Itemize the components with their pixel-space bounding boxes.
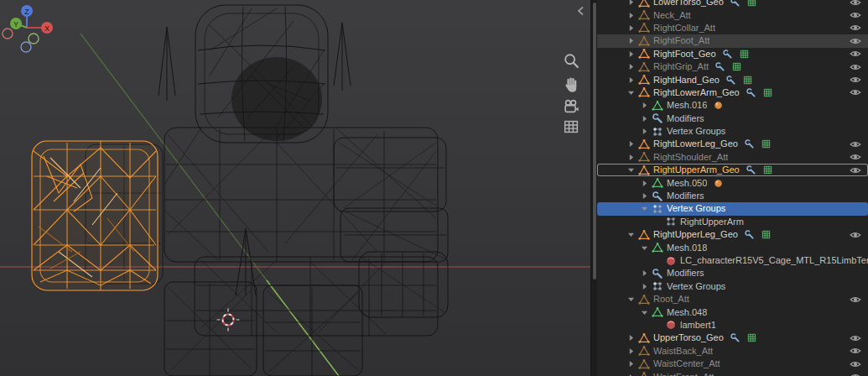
visibility-eye-icon[interactable] [850, 332, 861, 344]
disclosure-right-icon[interactable] [626, 10, 637, 21]
mesh-object-icon [638, 332, 650, 344]
mesh-data-badge-icon [746, 0, 757, 8]
visibility-eye-icon[interactable] [850, 0, 861, 8]
disclosure-right-icon[interactable] [639, 281, 650, 292]
disclosure-right-icon[interactable] [639, 113, 650, 124]
outliner-row[interactable]: RightLowerArm_Geo [597, 86, 868, 99]
outliner-row[interactable]: UpperTorso_Geo [597, 332, 868, 344]
outliner-row[interactable]: Mesh.048 [597, 306, 868, 318]
disclosure-right-icon[interactable] [626, 358, 637, 369]
visibility-eye-icon[interactable] [850, 61, 861, 73]
outliner-row[interactable]: RightFoot_Att [597, 34, 868, 47]
outliner-row[interactable]: LowerTorso_Geo [597, 0, 868, 8]
grid-ortho-icon[interactable] [562, 118, 584, 139]
outliner-row-label: LowerTorso_Geo [653, 0, 724, 8]
outliner-row[interactable]: Neck_Att [597, 8, 868, 21]
disclosure-down-icon[interactable] [626, 229, 637, 240]
disclosure-down-icon[interactable] [626, 294, 637, 305]
outliner-row[interactable]: LC_characterR15V5_Cage_MTL_R15LimbTempla [597, 254, 868, 267]
disclosure-right-icon[interactable] [626, 49, 637, 60]
visibility-eye-icon[interactable] [850, 345, 861, 357]
visibility-eye-icon[interactable] [850, 22, 861, 34]
disclosure-right-icon[interactable] [639, 126, 650, 137]
visibility-eye-icon[interactable] [850, 151, 861, 163]
blender-window: Z Y X [0, 0, 868, 376]
outliner-row[interactable]: RightUpperLeg_Geo [597, 228, 868, 241]
disclosure-right-icon[interactable] [626, 75, 637, 86]
visibility-eye-icon[interactable] [850, 138, 861, 150]
outliner-row[interactable]: WaistCenter_Att [597, 358, 868, 370]
outliner-row[interactable]: Modifiers [597, 267, 868, 279]
visibility-eye-icon[interactable] [850, 229, 861, 241]
outliner-row[interactable]: Vertex Groups [597, 202, 868, 215]
visibility-eye-icon[interactable] [850, 9, 861, 21]
disclosure-down-icon[interactable] [626, 164, 637, 175]
vertex-groups-icon [652, 280, 663, 292]
outliner-row[interactable]: lambert1 [597, 319, 868, 332]
outliner-row[interactable]: RightUpperArm [597, 216, 868, 228]
disclosure-right-icon[interactable] [626, 35, 637, 46]
visibility-eye-icon[interactable] [850, 35, 861, 47]
collapse-panel-chevron-icon[interactable] [575, 5, 587, 17]
outliner-row[interactable]: RightGrip_Att [597, 60, 868, 73]
disclosure-down-icon[interactable] [639, 203, 650, 214]
disclosure-right-icon[interactable] [626, 0, 637, 8]
outliner-row-label: Modifiers [667, 267, 704, 279]
disclosure-right-icon[interactable] [639, 178, 650, 189]
disclosure-right-icon[interactable] [626, 152, 637, 163]
3d-viewport[interactable]: Z Y X [0, 0, 590, 376]
camera-view-icon[interactable] [562, 97, 584, 119]
gizmo-neg-z-axis[interactable] [21, 42, 31, 52]
outliner-row[interactable]: Modifiers [597, 112, 868, 125]
pan-hand-icon[interactable] [562, 76, 584, 97]
outliner-row[interactable]: RightLowerLeg_Geo [597, 138, 868, 150]
mesh-data-badge-icon [762, 164, 773, 175]
outliner-panel[interactable]: LowerTorso_GeoNeck_AttRightCollar_AttRig… [597, 0, 868, 376]
outliner-row[interactable]: Vertex Groups [597, 125, 868, 138]
visibility-eye-icon[interactable] [850, 294, 861, 306]
zoom-icon[interactable] [562, 52, 584, 74]
disclosure-down-icon[interactable] [639, 307, 650, 318]
outliner-row[interactable]: Mesh.016 [597, 99, 868, 112]
outliner-row[interactable]: Vertex Groups [597, 280, 868, 293]
modifiers-badge-icon [746, 87, 756, 98]
outliner-row[interactable]: RightCollar_Att [597, 22, 868, 34]
disclosure-right-icon[interactable] [639, 191, 650, 201]
outliner-row[interactable]: WaistFront_Att [597, 370, 868, 376]
outliner-row[interactable]: Root_Att [597, 293, 868, 306]
disclosure-right-icon[interactable] [626, 372, 637, 376]
disclosure-right-icon[interactable] [639, 268, 650, 279]
visibility-eye-icon[interactable] [850, 371, 861, 376]
visibility-eye-icon[interactable] [850, 164, 861, 176]
outliner-row[interactable]: RightShoulder_Att [597, 151, 868, 164]
disclosure-right-icon[interactable] [626, 346, 637, 357]
disclosure-right-icon[interactable] [639, 100, 650, 111]
outliner-row[interactable]: Mesh.018 [597, 241, 868, 253]
disclosure-right-icon[interactable] [626, 138, 637, 149]
attachment-object-icon [638, 61, 650, 73]
outliner-row[interactable]: RightHand_Geo [597, 73, 868, 86]
visibility-eye-icon[interactable] [850, 74, 861, 86]
visibility-eye-icon[interactable] [850, 48, 861, 60]
disclosure-down-icon[interactable] [639, 243, 650, 253]
disclosure-right-icon[interactable] [626, 61, 637, 72]
gizmo-x-label: X [44, 24, 49, 33]
gizmo-neg-x-axis[interactable] [3, 29, 13, 39]
outliner-row[interactable]: Mesh.050 [597, 176, 868, 189]
outliner-row[interactable]: RightUpperArm_Geo [597, 164, 868, 176]
gizmo-neg-y-axis[interactable] [29, 34, 39, 44]
viewport-scene [0, 0, 590, 376]
outliner-row[interactable]: Modifiers [597, 190, 868, 202]
disclosure-spacer [652, 217, 663, 227]
outliner-row[interactable]: RightFoot_Geo [597, 48, 868, 60]
outliner-row-label: WaistCenter_Att [653, 358, 720, 370]
navigation-gizmo[interactable]: Z Y X [0, 0, 59, 55]
3d-cursor[interactable] [217, 309, 240, 332]
disclosure-right-icon[interactable] [626, 23, 637, 34]
visibility-eye-icon[interactable] [850, 358, 861, 370]
outliner-row[interactable]: WaistBack_Att [597, 345, 868, 358]
disclosure-right-icon[interactable] [626, 332, 637, 343]
scrollbar-thumb[interactable] [593, 3, 596, 279]
visibility-eye-icon[interactable] [850, 86, 861, 98]
disclosure-down-icon[interactable] [626, 87, 637, 98]
